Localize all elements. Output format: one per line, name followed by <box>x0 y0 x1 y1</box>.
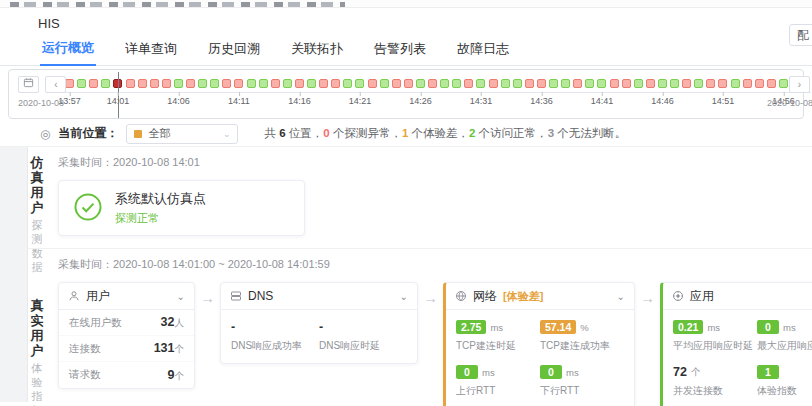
tab-0[interactable]: 运行概览 <box>40 39 96 66</box>
timeline-square[interactable] <box>634 79 643 88</box>
metric-label: DNS响应时延 <box>319 339 407 353</box>
timeline-square[interactable] <box>525 79 534 88</box>
main-panel: 采集时间：2020-10-08 14:01 系统默认仿真点 探测正常 采集时间：… <box>46 147 812 402</box>
timeline-square[interactable] <box>731 79 740 88</box>
card-header-user[interactable]: 用户⌄ <box>59 283 194 310</box>
metric-label: 在线用户数 <box>69 316 122 330</box>
tab-1[interactable]: 详单查询 <box>123 40 179 65</box>
timeline-square[interactable] <box>610 79 619 88</box>
timeline-square[interactable] <box>416 79 425 88</box>
current-position-bar: ◎ 当前位置： 全部 ⌄ 共 6 位置，0 个探测异常，1 个体验差，2 个访问… <box>0 121 812 147</box>
timeline-square[interactable] <box>428 79 437 88</box>
timeline-square[interactable] <box>549 79 558 88</box>
timeline-panel: ‹ 2020-10-08 13:5714:0114:0614:1114:1614… <box>8 69 804 119</box>
timeline-square[interactable] <box>126 79 135 88</box>
metric-cell: 2.75msTCP建连时延 <box>456 319 540 353</box>
timeline-tick: 14:16 <box>288 96 311 106</box>
timeline-square[interactable] <box>234 79 243 88</box>
timeline-tick: 14:11 <box>228 96 250 106</box>
timeline-square[interactable] <box>89 79 98 88</box>
card-header-dns[interactable]: DNS⌄ <box>221 283 417 310</box>
timeline-square[interactable] <box>561 79 570 88</box>
timeline-square[interactable] <box>283 79 292 88</box>
timeline-square[interactable] <box>307 79 316 88</box>
metric-label: 连接数 <box>69 342 101 356</box>
timeline-square[interactable] <box>476 79 485 88</box>
timeline-square[interactable] <box>489 79 498 88</box>
timeline-square[interactable] <box>162 79 171 88</box>
timeline-square[interactable] <box>743 79 752 88</box>
timeline-square[interactable] <box>247 79 256 88</box>
timeline-square[interactable] <box>174 79 183 88</box>
network-icon <box>455 290 467 302</box>
summary-segment: 共 <box>264 127 279 139</box>
timeline-square[interactable] <box>440 79 449 88</box>
timeline-square[interactable] <box>646 79 655 88</box>
timeline-square[interactable] <box>452 79 461 88</box>
timeline-square[interactable] <box>464 79 473 88</box>
metric-cell: 0ms下行RTT <box>540 364 624 398</box>
metric-badge: 0 <box>757 320 779 334</box>
card-header-app[interactable]: 应用⌄ <box>663 283 812 310</box>
timeline-square[interactable] <box>380 79 389 88</box>
timeline-square[interactable] <box>392 79 401 88</box>
timeline-square[interactable] <box>682 79 691 88</box>
calendar-button[interactable] <box>18 76 39 93</box>
timeline-square[interactable] <box>622 79 631 88</box>
timeline-square[interactable] <box>537 79 546 88</box>
corner-settings-button[interactable]: 配 <box>789 24 812 46</box>
timeline-square[interactable] <box>186 79 195 88</box>
timeline-square[interactable] <box>101 79 110 88</box>
tab-2[interactable]: 历史回溯 <box>206 40 262 65</box>
content-area: 仿真用户探测数据真实用户体验指标 采集时间：2020-10-08 14:01 系… <box>0 147 812 402</box>
timeline-square[interactable] <box>210 79 219 88</box>
timeline-square[interactable] <box>198 79 207 88</box>
timeline-tick: 14:31 <box>470 96 493 106</box>
timeline-square[interactable] <box>658 79 667 88</box>
position-dropdown[interactable]: 全部 ⌄ <box>126 124 238 144</box>
tab-3[interactable]: 关联拓扑 <box>289 40 345 65</box>
timeline-square[interactable] <box>222 79 231 88</box>
metric-cell: 57.14%TCP建连成功率 <box>540 319 624 353</box>
metric-cell: 72个并发连接数 <box>673 364 757 398</box>
timeline-square[interactable] <box>670 79 679 88</box>
timeline-square[interactable] <box>718 79 727 88</box>
timeline-square[interactable] <box>706 79 715 88</box>
timeline-square[interactable] <box>501 79 510 88</box>
timeline-square[interactable] <box>404 79 413 88</box>
timeline-square[interactable] <box>331 79 340 88</box>
timeline-square[interactable] <box>138 79 147 88</box>
chevron-down-icon[interactable]: ⌄ <box>177 291 185 302</box>
timeline-square[interactable] <box>694 79 703 88</box>
card-header-network[interactable]: 网络[体验差]⌄ <box>446 283 634 310</box>
timeline-square[interactable] <box>573 79 582 88</box>
probe-point-card[interactable]: 系统默认仿真点 探测正常 <box>58 180 305 236</box>
chevron-down-icon[interactable]: ⌄ <box>400 291 408 302</box>
user-icon <box>68 290 80 302</box>
metric-cell: 1体验指数 <box>757 364 812 398</box>
timeline-square[interactable] <box>368 79 377 88</box>
timeline-square[interactable] <box>77 79 86 88</box>
next-button[interactable]: › <box>789 76 810 93</box>
timeline-square[interactable] <box>355 79 364 88</box>
timeline-square[interactable] <box>755 79 764 88</box>
real-collect-time: 采集时间：2020-10-08 14:01:00 ~ 2020-10-08 14… <box>58 257 812 272</box>
prev-button[interactable]: ‹ <box>45 76 66 93</box>
timeline-square[interactable] <box>585 79 594 88</box>
metric-cell: 0ms上行RTT <box>456 364 540 398</box>
timeline-square[interactable] <box>343 79 352 88</box>
clipped-text-fragment <box>10 2 345 7</box>
metric-value-wrap: 9个 <box>168 368 184 383</box>
timeline-square[interactable] <box>295 79 304 88</box>
chevron-down-icon[interactable]: ⌄ <box>617 291 625 302</box>
metric-badge: 57.14 <box>540 320 576 334</box>
timeline-square[interactable] <box>259 79 268 88</box>
timeline-square[interactable] <box>513 79 522 88</box>
timeline-square[interactable] <box>319 79 328 88</box>
timeline-square[interactable] <box>597 79 606 88</box>
probe-card-text: 系统默认仿真点 探测正常 <box>115 190 206 226</box>
tab-5[interactable]: 故障日志 <box>455 40 511 65</box>
timeline-square[interactable] <box>150 79 159 88</box>
timeline-square[interactable] <box>271 79 280 88</box>
tab-4[interactable]: 告警列表 <box>372 40 428 65</box>
